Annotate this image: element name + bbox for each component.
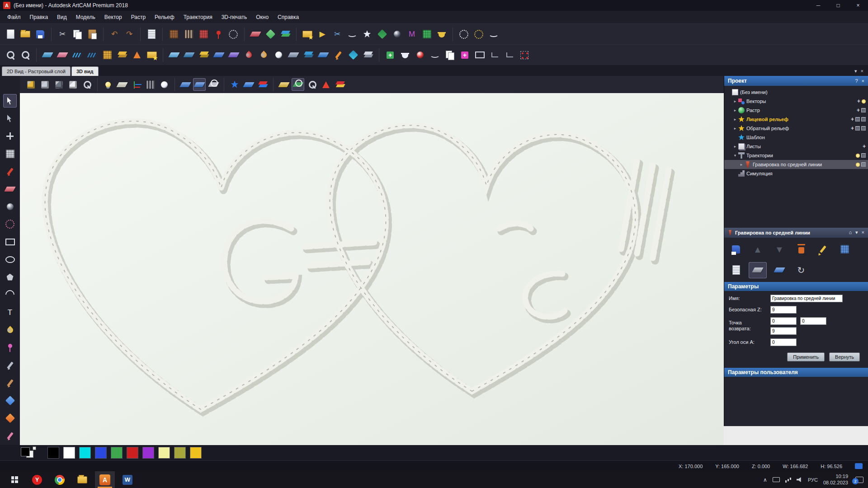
- lasso-tool-icon[interactable]: [3, 217, 17, 231]
- tree-expander-icon[interactable]: ▾: [732, 153, 738, 158]
- redo-icon[interactable]: ↷: [123, 28, 136, 41]
- close-button[interactable]: ×: [848, 0, 868, 11]
- drop-gold-icon[interactable]: [257, 48, 270, 62]
- target-grid-icon[interactable]: [518, 48, 531, 62]
- maximize-button[interactable]: □: [828, 0, 848, 11]
- arc-tool-icon[interactable]: [3, 288, 17, 301]
- grid-tool-icon[interactable]: [3, 147, 17, 160]
- polygon-tool-icon[interactable]: [3, 270, 17, 284]
- tricolor-icon[interactable]: [320, 78, 332, 91]
- zoom-3d-icon[interactable]: [80, 78, 93, 91]
- diamond-orange-tool-icon[interactable]: [3, 411, 17, 425]
- menu-item[interactable]: Окно: [251, 11, 273, 23]
- primary-color-swatch[interactable]: [21, 447, 30, 456]
- rotate-toolpath-icon[interactable]: ↻: [792, 262, 810, 278]
- polyline-icon[interactable]: [487, 28, 500, 41]
- color-swatch[interactable]: [111, 447, 123, 459]
- grid-icon[interactable]: [861, 153, 866, 158]
- vector-paint-icon[interactable]: [249, 28, 262, 41]
- brush-pink-tool-icon[interactable]: [3, 429, 17, 442]
- menu-item[interactable]: Правка: [25, 11, 53, 23]
- tab-2d-view[interactable]: 2D Вид - Растровый слой: [2, 66, 71, 76]
- relief-stack-gold-icon[interactable]: [197, 48, 211, 62]
- relief-plane-violet-icon[interactable]: [227, 48, 241, 62]
- sphere-red-icon[interactable]: [413, 48, 427, 62]
- eraser-tool-icon[interactable]: [3, 182, 17, 196]
- calculate-icon[interactable]: [835, 241, 854, 258]
- tree-item[interactable]: ▸Растр: [724, 106, 868, 115]
- corner-right-icon[interactable]: [503, 48, 516, 62]
- tree-expander-icon[interactable]: ▸: [732, 144, 738, 149]
- back-button[interactable]: Вернуть: [829, 352, 860, 361]
- color-swatch[interactable]: [47, 447, 59, 459]
- shaded-plane-icon[interactable]: [116, 78, 128, 91]
- transform-toolpath-icon[interactable]: [749, 262, 767, 278]
- tree-item[interactable]: ▸Векторы: [724, 97, 868, 106]
- mosaic-icon[interactable]: [197, 28, 210, 41]
- grid-icon[interactable]: [861, 126, 866, 131]
- select-tool-icon[interactable]: [3, 94, 17, 108]
- axis-a-input[interactable]: [770, 338, 797, 346]
- corner-left-icon[interactable]: [488, 48, 501, 62]
- cube-iso-icon[interactable]: [24, 78, 37, 91]
- droplet-tool-icon[interactable]: [3, 323, 17, 337]
- tree-item[interactable]: ▸Обратный рельеф: [724, 124, 868, 133]
- relief-left-icon[interactable]: [167, 48, 181, 62]
- cube-outline-icon[interactable]: [38, 78, 51, 91]
- viewport-3d[interactable]: [20, 93, 724, 445]
- return-z-input[interactable]: [770, 327, 797, 335]
- transform-m-icon[interactable]: М: [405, 28, 419, 41]
- relief-eraser-icon[interactable]: [56, 48, 69, 62]
- move-down-icon[interactable]: ▼: [770, 241, 788, 258]
- menu-item[interactable]: Вид: [52, 11, 71, 23]
- plus-icon[interactable]: [857, 107, 860, 113]
- wall-icon[interactable]: [144, 78, 156, 91]
- book-icon[interactable]: [443, 48, 457, 62]
- text-tool-icon[interactable]: T: [3, 305, 17, 319]
- small-ball-icon[interactable]: [272, 48, 285, 62]
- move-up-icon[interactable]: ▲: [749, 241, 767, 258]
- language-indicator[interactable]: РУС: [808, 477, 818, 483]
- material-icon[interactable]: [167, 28, 180, 41]
- zoom-objects-icon[interactable]: [19, 48, 32, 62]
- relief-right-icon[interactable]: [182, 48, 196, 62]
- color-swatch[interactable]: [174, 447, 186, 459]
- cut-icon[interactable]: ✂: [56, 28, 69, 41]
- tree-expander-icon[interactable]: ▸: [732, 117, 738, 122]
- minimize-button[interactable]: ─: [808, 0, 828, 11]
- pin-red-icon[interactable]: [212, 28, 225, 41]
- relief-blue-3d-icon[interactable]: [242, 78, 255, 91]
- pot-white-icon[interactable]: [398, 48, 412, 62]
- smooth-relief2-icon[interactable]: [85, 48, 99, 62]
- tree-expander-icon[interactable]: ▸: [732, 126, 738, 131]
- simulate-toolpath-icon[interactable]: [770, 262, 788, 278]
- new-file-icon[interactable]: [4, 28, 17, 41]
- plane-blue-3d-icon[interactable]: [179, 78, 192, 91]
- measure-icon[interactable]: [390, 28, 404, 41]
- tree-item[interactable]: ▸Листы: [724, 142, 868, 151]
- signature-icon[interactable]: [428, 48, 442, 62]
- color-swatch[interactable]: [63, 447, 75, 459]
- project-help-icon[interactable]: ?: [855, 78, 858, 84]
- toolpath-close-icon[interactable]: ×: [862, 230, 864, 235]
- block-array-icon[interactable]: [420, 28, 434, 41]
- plus-icon[interactable]: [851, 116, 854, 122]
- menu-item[interactable]: Справка: [273, 11, 303, 23]
- tree-item[interactable]: Шаблон: [724, 133, 868, 142]
- taskbar-artcam[interactable]: A: [95, 471, 115, 488]
- import-vectors-icon[interactable]: [301, 28, 314, 41]
- bulb-icon[interactable]: [862, 99, 866, 103]
- grid-icon[interactable]: [861, 117, 866, 122]
- display-tray-icon[interactable]: [773, 477, 780, 482]
- swap-colors-icon[interactable]: [33, 446, 36, 450]
- return-x-input[interactable]: [770, 317, 797, 325]
- contact-points-icon[interactable]: [226, 28, 240, 41]
- transform-tool-icon[interactable]: [3, 129, 17, 143]
- star-mag-icon[interactable]: [306, 78, 318, 91]
- snowflake-icon[interactable]: [360, 28, 374, 41]
- grid-dots-icon[interactable]: [472, 28, 486, 41]
- grid-icon[interactable]: [861, 162, 866, 167]
- color-swatch[interactable]: [142, 447, 154, 459]
- stack-relief-icon[interactable]: [115, 48, 129, 62]
- tabbar-close-icon[interactable]: ×: [861, 68, 863, 74]
